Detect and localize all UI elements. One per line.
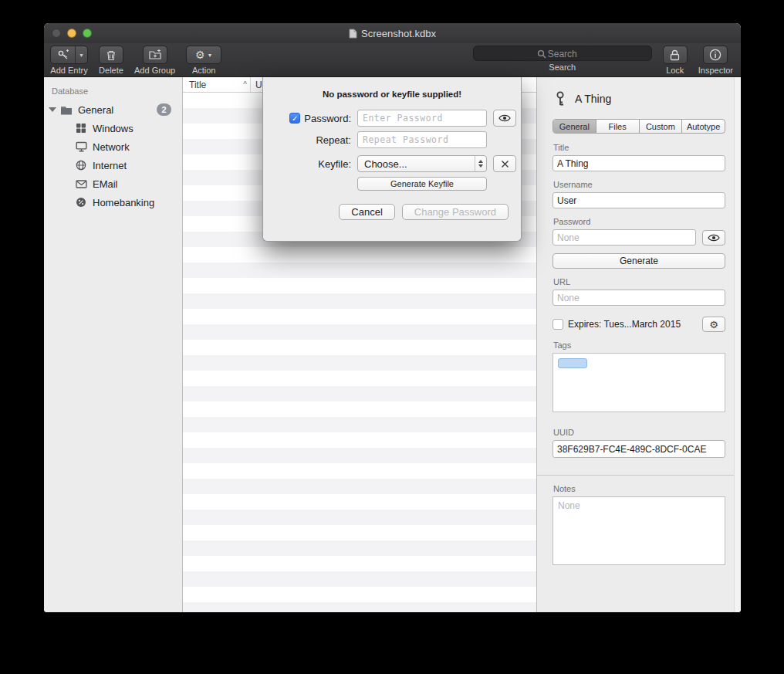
sidebar-item-label: General <box>78 104 113 116</box>
sidebar-item-label: Network <box>93 141 130 153</box>
dialog-repeat-input[interactable] <box>357 131 487 148</box>
search-field[interactable] <box>473 46 652 61</box>
minimize-button[interactable] <box>67 29 76 38</box>
title-field[interactable] <box>553 155 725 171</box>
password-row: ✓ Password: <box>263 110 521 127</box>
sidebar-item-general[interactable]: General 2 <box>44 100 182 119</box>
change-password-button[interactable]: Change Password <box>402 204 509 220</box>
gear-icon: ⚙ <box>709 320 718 330</box>
column-title-label: Title <box>189 80 206 90</box>
cancel-button[interactable]: Cancel <box>339 204 394 220</box>
generate-keyfile-button[interactable]: Generate Keyfile <box>357 177 487 191</box>
divider <box>537 475 741 476</box>
close-x-icon <box>501 160 509 168</box>
tag-pill[interactable] <box>558 358 587 368</box>
expires-label: Expires: Tues...March 2015 <box>568 319 681 330</box>
password-field-label: Password <box>553 217 725 226</box>
window-title: Screenshot.kdbx <box>44 28 741 39</box>
document-icon <box>349 29 357 39</box>
column-username-label: U <box>255 80 262 90</box>
sidebar-item-network[interactable]: Network <box>44 137 182 156</box>
dialog-buttons: Cancel Change Password <box>263 204 521 220</box>
add-entry-button[interactable]: ▼ <box>50 46 88 64</box>
keyfile-popup-value: Choose... <box>364 158 407 170</box>
inspector-button[interactable] <box>703 46 728 64</box>
tab-files[interactable]: Files <box>596 120 640 133</box>
inspector-tabs: General Files Custom Autotype <box>553 119 725 134</box>
sidebar-item-email[interactable]: EMail <box>44 174 182 193</box>
add-group-button[interactable] <box>143 46 167 64</box>
key-plus-icon <box>51 46 76 63</box>
tab-general[interactable]: General <box>553 120 596 133</box>
notes-label: Notes <box>553 484 725 493</box>
sidebar-item-label: Internet <box>93 160 127 171</box>
username-field[interactable] <box>553 192 725 208</box>
inspector-panel: A Thing General Files Custom Autotype Ti… <box>536 77 741 612</box>
keyfile-clear-button[interactable] <box>493 155 516 172</box>
inspector-label: Inspector <box>698 66 733 75</box>
tags-label: Tags <box>553 340 725 350</box>
dialog-password-label: Password: <box>304 113 351 124</box>
lock-label: Lock <box>666 66 684 75</box>
entry-title: A Thing <box>575 93 611 105</box>
windows-icon <box>75 122 87 134</box>
dialog-keyfile-label: Keyfile: <box>318 158 351 170</box>
password-checkbox[interactable]: ✓ <box>289 113 300 124</box>
sidebar-item-internet[interactable]: Internet <box>44 156 182 174</box>
generate-password-button[interactable]: Generate <box>553 253 725 269</box>
uuid-field[interactable] <box>553 440 725 458</box>
delete-button[interactable] <box>99 46 123 64</box>
expires-settings-button[interactable]: ⚙ <box>702 317 725 332</box>
action-toolbar-item: ⚙ ▼ Action <box>186 46 221 75</box>
column-header-username[interactable]: U <box>251 80 262 90</box>
inspector-toolbar-item: Inspector <box>698 46 733 75</box>
url-field[interactable] <box>553 290 725 306</box>
close-button[interactable] <box>52 29 61 38</box>
key-icon <box>553 90 568 107</box>
add-entry-label: Add Entry <box>50 66 87 75</box>
add-entry-toolbar-item: ▼ Add Entry <box>50 46 88 75</box>
search-toolbar-item: Search <box>473 46 652 72</box>
inspector-scrollbar[interactable] <box>734 77 741 612</box>
folder-icon <box>60 103 73 116</box>
zoom-button[interactable] <box>83 29 92 38</box>
username-field-label: Username <box>553 180 725 189</box>
password-reveal-button[interactable] <box>702 230 725 246</box>
info-icon <box>709 49 721 61</box>
tab-autotype[interactable]: Autotype <box>682 120 725 133</box>
eye-icon <box>498 113 511 123</box>
sidebar-item-label: Homebanking <box>93 197 154 208</box>
expires-checkbox[interactable] <box>553 319 563 330</box>
tags-box[interactable] <box>553 353 725 412</box>
window-title-text: Screenshot.kdbx <box>361 28 436 39</box>
envelope-icon <box>75 178 87 190</box>
dialog-password-reveal-button[interactable] <box>493 110 516 127</box>
sidebar-item-windows[interactable]: Windows <box>44 119 182 137</box>
coin-icon <box>75 196 87 208</box>
dialog-repeat-label: Repeat: <box>316 134 351 146</box>
chevron-down-icon[interactable]: ▼ <box>76 46 87 63</box>
search-label: Search <box>549 63 576 72</box>
lock-toolbar-item: Lock <box>663 46 688 75</box>
globe-icon <box>75 159 87 171</box>
tab-custom[interactable]: Custom <box>640 120 683 133</box>
dialog-password-input[interactable] <box>357 110 487 127</box>
toolbar: ▼ Add Entry Delete <box>44 43 741 77</box>
notes-field[interactable] <box>553 496 725 565</box>
sidebar-item-homebanking[interactable]: Homebanking <box>44 193 182 212</box>
app-window: Screenshot.kdbx ▼ Add Entry <box>44 23 741 612</box>
lock-button[interactable] <box>663 46 688 64</box>
delete-label: Delete <box>99 66 123 75</box>
popup-stepper-icon <box>475 156 486 171</box>
search-input[interactable] <box>474 47 651 61</box>
action-button[interactable]: ⚙ ▼ <box>186 46 221 64</box>
repeat-row: Repeat: <box>263 131 521 148</box>
sort-ascending-icon: ^ <box>243 80 250 89</box>
disclosure-triangle-icon[interactable] <box>49 107 56 112</box>
keyfile-popup[interactable]: Choose... <box>357 155 487 172</box>
eye-icon <box>708 233 720 242</box>
column-header-title[interactable]: Title ^ <box>183 77 251 92</box>
title-field-label: Title <box>553 143 725 152</box>
password-field[interactable] <box>553 229 696 246</box>
generate-keyfile-row: Generate Keyfile <box>263 177 521 191</box>
